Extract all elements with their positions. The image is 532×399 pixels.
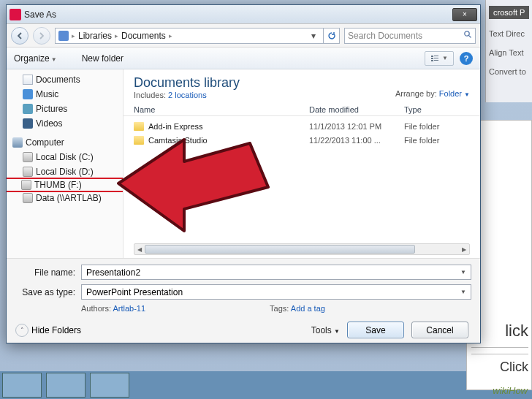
svg-rect-3 (431, 60, 433, 61)
svg-rect-1 (431, 56, 433, 57)
nav-back-button[interactable] (11, 27, 28, 45)
dialog-title: Save As (24, 10, 56, 20)
libraries-icon (58, 31, 69, 41)
svg-rect-6 (434, 60, 438, 61)
save-type-label: Save as type: (15, 287, 75, 297)
wikihow-watermark: wikiHow (493, 385, 528, 396)
svg-point-0 (465, 31, 469, 36)
new-folder-button[interactable]: New folder (82, 53, 123, 64)
hide-folders-button[interactable]: ˄ Hide Folders (15, 324, 81, 337)
ribbon-item-convert: Convert to (489, 67, 529, 76)
toolbar: Organize▼ New folder ▼ ? (7, 48, 480, 69)
search-icon (463, 30, 472, 41)
column-name[interactable]: Name (134, 105, 309, 114)
scroll-left-arrow[interactable]: ◀ (134, 244, 145, 254)
address-row: ▸ Libraries ▸ Documents ▸ ▾ Search Docum… (7, 24, 480, 48)
tools-menu[interactable]: Tools ▼ (311, 325, 340, 335)
tree-item-drive-data[interactable]: Data (\\ARTLAB) (7, 191, 123, 205)
cancel-button[interactable]: Cancel (411, 322, 468, 338)
search-input[interactable]: Search Documents (344, 28, 476, 44)
file-name-input[interactable]: Presentation2 ▼ (81, 265, 471, 280)
tree-item-videos[interactable]: Videos (7, 116, 123, 131)
slide-thumbnail-strip (0, 371, 532, 399)
breadcrumb-documents[interactable]: Documents (121, 31, 166, 41)
tags-value[interactable]: Add a tag (291, 304, 325, 313)
file-name-label: File name: (15, 267, 75, 278)
tree-item-drive-c[interactable]: Local Disk (C:) (7, 150, 123, 164)
slide-text-fragment-1: lick (505, 322, 528, 341)
file-type: File folder (404, 122, 470, 131)
chevron-down-icon[interactable]: ▼ (460, 269, 466, 276)
folder-icon (134, 136, 144, 145)
form-area: File name: Presentation2 ▼ Save as type:… (7, 258, 480, 343)
svg-rect-5 (434, 58, 438, 58)
tree-item-pictures[interactable]: Pictures (7, 102, 123, 116)
nav-forward-button[interactable] (33, 27, 50, 45)
powerpoint-icon (10, 9, 21, 20)
chevron-right-icon[interactable]: ▸ (115, 32, 118, 39)
slide-text-fragment-2: Click (500, 360, 528, 375)
horizontal-scrollbar[interactable]: ◀ ▶ (134, 243, 470, 255)
breadcrumb-libraries[interactable]: Libraries (78, 31, 112, 41)
locations-link[interactable]: 2 locations (168, 91, 207, 99)
computer-icon (12, 137, 23, 148)
drive-icon (21, 180, 31, 190)
tree-group-computer[interactable]: Computer (7, 135, 123, 150)
organize-menu[interactable]: Organize▼ (14, 53, 57, 64)
chevron-down-icon: ▼ (464, 91, 470, 98)
tree-item-documents[interactable]: Documents (7, 72, 123, 87)
address-history-dropdown[interactable]: ▾ (307, 31, 320, 41)
save-button[interactable]: Save (347, 322, 404, 338)
folder-icon (134, 122, 144, 131)
column-type[interactable]: Type (404, 105, 470, 114)
pictures-icon (23, 104, 33, 114)
svg-rect-2 (431, 58, 433, 59)
list-icon (430, 54, 439, 63)
tree-item-music[interactable]: Music (7, 87, 123, 102)
tree-item-drive-d[interactable]: Local Disk (D:) (7, 164, 123, 179)
chevron-up-icon: ˄ (15, 324, 28, 337)
save-type-dropdown[interactable]: PowerPoint Presentation ▼ (81, 284, 471, 300)
videos-icon (23, 118, 33, 129)
chevron-down-icon: ▼ (442, 55, 448, 61)
library-title: Documents library (134, 75, 395, 91)
save-as-dialog: Save As × ▸ Libraries ▸ Documents ▸ ▾ (6, 4, 481, 343)
file-name: Add-in Express (148, 122, 203, 131)
file-name: Camtasia Studio (148, 136, 208, 145)
arrange-by-label: Arrange by: (395, 89, 437, 98)
drive-icon (23, 152, 33, 162)
close-button[interactable]: × (452, 8, 477, 21)
column-headers[interactable]: Name Date modified Type (123, 102, 480, 116)
authors-value[interactable]: Artlab-11 (113, 304, 145, 313)
refresh-button[interactable] (324, 28, 340, 44)
drive-icon (23, 167, 33, 177)
column-date[interactable]: Date modified (309, 105, 404, 114)
file-type: File folder (404, 136, 470, 145)
arrange-by-dropdown[interactable]: Folder ▼ (439, 89, 470, 98)
scroll-right-arrow[interactable]: ▶ (459, 244, 469, 254)
titlebar: Save As × (7, 5, 480, 24)
view-mode-selector[interactable]: ▼ (425, 51, 454, 66)
file-row[interactable]: Camtasia Studio 11/22/2013 11:00 ... Fil… (134, 133, 470, 147)
background-ribbon-fragment: crosoft P Text Direc Align Text Convert … (485, 0, 532, 102)
content-pane: Documents library Includes: 2 locations … (123, 69, 480, 258)
document-icon (23, 75, 33, 85)
authors-label: Authors: (81, 304, 111, 313)
music-icon (23, 89, 33, 99)
breadcrumb-bar[interactable]: ▸ Libraries ▸ Documents ▸ ▾ (55, 28, 324, 44)
scrollbar-thumb[interactable] (145, 245, 415, 254)
chevron-down-icon: ▼ (334, 328, 340, 335)
file-row[interactable]: Add-in Express 11/1/2013 12:01 PM File f… (134, 119, 470, 133)
chevron-down-icon[interactable]: ▼ (460, 289, 466, 295)
chevron-right-icon[interactable]: ▸ (169, 32, 172, 39)
navigation-tree: Documents Music Pictures Videos Computer… (7, 69, 123, 258)
file-date: 11/22/2013 11:00 ... (309, 136, 404, 145)
network-drive-icon (23, 193, 33, 203)
app-title-fragment: crosoft P (489, 6, 529, 19)
tree-item-drive-thumb[interactable]: THUMB (F:) (7, 178, 123, 192)
ribbon-item-text-direction: Text Direc (489, 29, 529, 38)
chevron-right-icon[interactable]: ▸ (72, 32, 75, 39)
help-button[interactable]: ? (460, 52, 473, 65)
chevron-down-icon: ▼ (51, 56, 57, 63)
svg-rect-4 (434, 56, 438, 56)
